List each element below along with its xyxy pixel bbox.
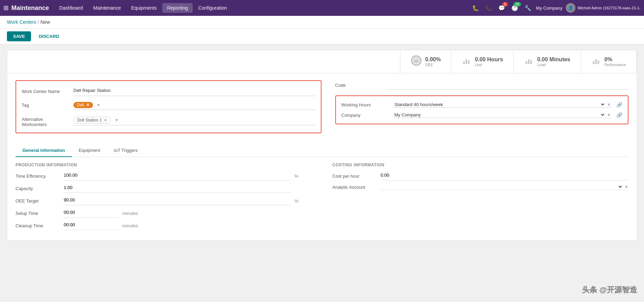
stat-perf-label: Performance	[604, 63, 626, 67]
tab-equipment[interactable]: Equipment	[72, 144, 107, 157]
field-label-tag: Tag	[22, 103, 70, 108]
field-row-company: Company My Company ▼ 🔗	[341, 112, 623, 118]
tag-dell[interactable]: Dell ✕	[73, 102, 93, 108]
tab-content: Production Information Time Efficiency %…	[16, 163, 628, 233]
nav-equipments[interactable]: Equipments	[126, 3, 162, 13]
field-row-tag: Tag Dell ✕ ▼	[22, 100, 315, 110]
working-hours-select-wrapper: Standard 40 hours/week ▼	[393, 102, 611, 108]
nav-reporting[interactable]: Reporting	[162, 3, 193, 13]
stat-oee-number: 0.00%	[425, 56, 441, 63]
cleanup-time-input[interactable]	[64, 222, 119, 227]
bar-icon2	[524, 56, 534, 67]
tools-icon[interactable]: 🔧	[523, 3, 533, 13]
info-label-cleanup-time: Cleanup Time	[16, 223, 60, 228]
cost-per-hour-input[interactable]	[381, 173, 629, 178]
breadcrumb-separator: /	[38, 19, 39, 25]
user-avatar: 👤	[566, 3, 575, 13]
info-row-cost-per-hour: Cost per hour	[333, 171, 629, 180]
nav-maintenance[interactable]: Maintenance	[89, 3, 126, 13]
brand[interactable]: ⊞ Maintenance	[3, 4, 49, 12]
field-row-working-hours: Working Hours Standard 40 hours/week ▼ 🔗	[341, 102, 623, 108]
info-value-cleanup-time[interactable]	[64, 221, 119, 230]
stat-load[interactable]: 0.00 Minutes Load	[514, 51, 581, 72]
phone-icon[interactable]: 📞	[484, 3, 493, 13]
costing-section-title: Costing Information	[333, 163, 629, 167]
alt-dropdown-arrow[interactable]: ▼	[114, 118, 119, 123]
user-name: Mitchell Admin (16273178-saas-15-1-	[577, 6, 641, 10]
info-label-setup-time: Setup Time	[16, 211, 60, 216]
tag-dell-remove[interactable]: ✕	[86, 103, 90, 107]
info-value-setup-time[interactable]	[64, 209, 119, 218]
svg-rect-3	[463, 61, 465, 64]
stat-lost-number: 0.00 Hours	[475, 56, 503, 63]
breadcrumb-parent[interactable]: Work Centers	[7, 19, 36, 25]
breadcrumb-bar: Work Centers / New	[0, 16, 644, 29]
setup-time-unit: minutes	[122, 211, 140, 216]
discard-button[interactable]: DISCARD	[34, 31, 64, 41]
stat-oee-values: 0.00% OEE	[425, 56, 441, 67]
svg-rect-9	[593, 61, 594, 64]
alt-tag-drill[interactable]: Drill Station 1 ✕	[73, 117, 111, 124]
analytic-account-select[interactable]	[381, 184, 623, 190]
field-label-name: Work Center Name	[22, 89, 70, 94]
oee-target-input[interactable]	[64, 197, 291, 202]
alt-tag-drill-remove[interactable]: ✕	[104, 118, 107, 123]
form-area: Work Center Name Tag Dell ✕ ▼	[7, 73, 637, 241]
working-hours-arrow: ▼	[607, 102, 611, 107]
grid-icon[interactable]: ⊞	[3, 4, 9, 12]
info-row-oee-target: OEE Target %	[16, 196, 312, 205]
bug-icon[interactable]: 🐛	[471, 3, 480, 13]
info-label-time-efficiency: Time Efficiency	[16, 174, 60, 179]
clock-badge: 28	[513, 2, 521, 7]
tab-iot-triggers[interactable]: IoT Triggers	[107, 144, 145, 157]
bar-icon	[462, 56, 471, 67]
field-label-alt: AlternativeWorkcenters	[22, 115, 70, 127]
info-value-cost-per-hour[interactable]	[381, 171, 629, 180]
svg-text:0%: 0%	[414, 60, 418, 63]
tag-dell-label: Dell	[77, 103, 84, 107]
info-value-capacity[interactable]	[64, 184, 291, 193]
info-label-cost-per-hour: Cost per hour	[333, 174, 377, 179]
code-input[interactable]	[387, 82, 629, 87]
save-button[interactable]: SAVE	[7, 31, 31, 41]
tab-general-information[interactable]: General Information	[16, 144, 72, 157]
nav-configuration[interactable]: Configuration	[193, 3, 232, 13]
stat-oee[interactable]: 0% 0.00% OEE	[400, 50, 451, 73]
breadcrumb: Work Centers / New	[7, 19, 50, 25]
topnav: ⊞ Maintenance Dashboard Maintenance Equi…	[0, 0, 644, 16]
working-hours-external-link[interactable]: 🔗	[616, 102, 622, 107]
analytic-account-select-wrapper: ▼	[381, 184, 629, 190]
svg-rect-8	[530, 60, 532, 64]
stat-lost[interactable]: 0.00 Hours Lost	[451, 51, 514, 72]
stat-oee-label: OEE	[425, 63, 441, 67]
info-row-cleanup-time: Cleanup Time minutes	[16, 221, 312, 230]
nav-dashboard[interactable]: Dashboard	[54, 3, 88, 13]
info-value-oee-target[interactable]	[64, 196, 291, 205]
analytic-account-arrow: ▼	[624, 185, 628, 189]
time-efficiency-unit: %	[295, 174, 312, 179]
info-value-time-efficiency[interactable]	[64, 171, 291, 180]
setup-time-input[interactable]	[64, 210, 119, 215]
stat-performance[interactable]: 0% Performance	[581, 51, 637, 72]
working-hours-select[interactable]: Standard 40 hours/week	[393, 102, 606, 107]
work-center-name-input[interactable]	[73, 88, 315, 93]
pie-icon: 0%	[411, 55, 422, 68]
field-value-name[interactable]	[73, 86, 315, 96]
breadcrumb-current: New	[40, 19, 50, 25]
stat-lost-values: 0.00 Hours Lost	[475, 56, 503, 67]
capacity-input[interactable]	[64, 185, 291, 190]
clock-icon[interactable]: 🕐 28	[510, 3, 520, 13]
stat-load-number: 0.00 Minutes	[537, 56, 570, 63]
costing-info-col: Costing Information Cost per hour Analyt…	[333, 163, 629, 233]
chat-icon[interactable]: 💬 5	[497, 3, 507, 13]
field-label-working-hours: Working Hours	[341, 102, 390, 107]
production-section-title: Production Information	[16, 163, 312, 167]
info-row-setup-time: Setup Time minutes	[16, 209, 312, 218]
company-external-link[interactable]: 🔗	[616, 112, 622, 118]
time-efficiency-input[interactable]	[64, 173, 291, 178]
svg-rect-4	[466, 59, 467, 64]
tag-dropdown-arrow[interactable]: ▼	[96, 103, 101, 107]
company-select[interactable]: My Company	[393, 112, 606, 118]
company-arrow: ▼	[607, 113, 611, 117]
field-value-code[interactable]	[387, 80, 629, 90]
